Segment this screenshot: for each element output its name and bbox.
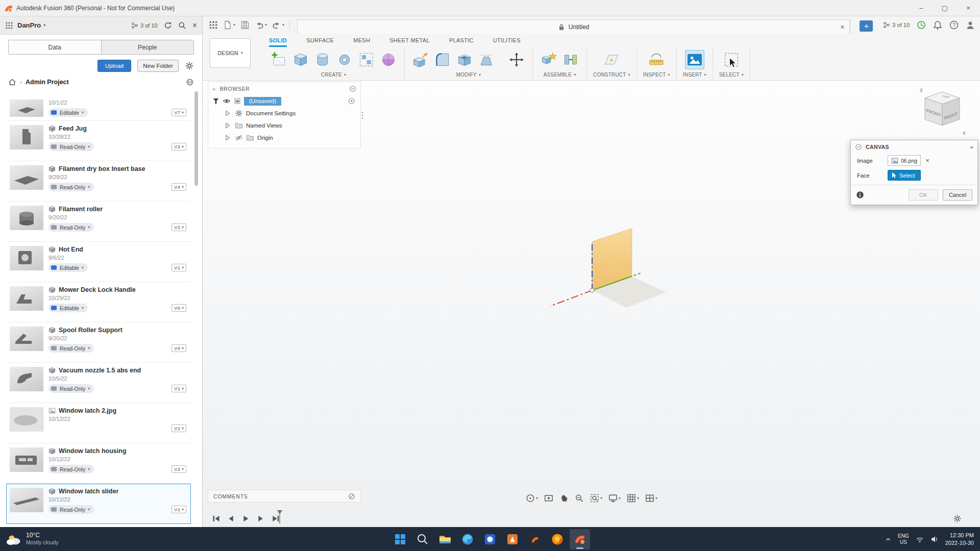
browser-node[interactable]: Named Views [208, 119, 360, 132]
expand-triangle-icon[interactable] [224, 134, 232, 142]
version-dropdown[interactable]: V1▾ [172, 385, 186, 392]
info-icon[interactable] [856, 191, 864, 199]
ribbon-tab-solid[interactable]: SOLID [269, 34, 287, 47]
tool-box[interactable] [291, 50, 310, 69]
tool-move[interactable] [507, 50, 526, 69]
nav-grid-settings-button[interactable]: ▾ [626, 493, 639, 503]
ribbon-tab-sheet-metal[interactable]: SHEET METAL [389, 34, 430, 47]
status-dropdown[interactable]: Read-Only▾ [48, 384, 94, 393]
weather-widget[interactable]: 10°C Mostly cloudy [6, 532, 59, 546]
group-dropdown-assemble[interactable]: ASSEMBLE▾ [544, 72, 576, 80]
hidden-eye-icon[interactable] [235, 134, 243, 142]
timeline-position-marker[interactable] [277, 510, 283, 524]
item-name[interactable]: Vacuum nozzle 1.5 abs end [59, 367, 141, 374]
wifi-icon[interactable] [916, 535, 924, 543]
taskbar-fusion-360-icon[interactable] [570, 529, 590, 549]
panel-settings-gear-icon[interactable] [185, 61, 194, 70]
list-item[interactable]: Window latch housing10/12/22Read-Only▾V2… [6, 443, 191, 484]
new-tab-button[interactable]: + [860, 20, 873, 32]
taskbar-start-icon[interactable] [390, 529, 410, 549]
tray-overflow-icon[interactable] [885, 536, 891, 542]
expand-triangle-icon[interactable] [224, 121, 232, 130]
help-icon[interactable]: ? [949, 20, 959, 30]
version-dropdown[interactable]: V6▾ [172, 304, 186, 312]
nav-fit-button[interactable]: ▾ [590, 493, 602, 503]
list-item[interactable]: Filament roller9/20/22Read-Only▾V3▾ [6, 202, 191, 242]
taskbar-fusion-tile-icon[interactable] [525, 529, 545, 549]
nav-viewports-button[interactable]: ▾ [645, 493, 657, 503]
tool-revolve[interactable] [335, 50, 354, 69]
tool-draft[interactable] [477, 50, 496, 69]
cancel-button[interactable]: Cancel [943, 189, 972, 201]
taskbar-file-explorer-icon[interactable] [435, 529, 455, 549]
close-tab-icon[interactable]: × [840, 23, 844, 31]
appbar-version-counter[interactable]: 3 of 10 [883, 21, 910, 29]
clear-image-icon[interactable]: × [925, 157, 929, 164]
item-name[interactable]: Spool Roller Support [59, 327, 122, 334]
list-item[interactable]: Feed Jug10/28/22Read-Only▾V3▾ [6, 121, 191, 161]
ribbon-tab-surface[interactable]: SURFACE [306, 34, 334, 47]
list-item[interactable]: Filament dry box Insert base9/29/22Read-… [6, 161, 191, 202]
view-cube[interactable]: Z X TOP FRONT RIGHT [916, 86, 969, 139]
status-dropdown[interactable]: Read-Only▾ [48, 505, 94, 514]
undo-button[interactable]: ▾ [255, 20, 267, 30]
ribbon-tab-utilities[interactable]: UTILITIES [493, 34, 521, 47]
item-name[interactable]: Filament roller [59, 206, 103, 213]
timeline-go-to-start-button[interactable] [212, 515, 220, 522]
list-item[interactable]: 10/1/22Editable▾V7▾ [6, 90, 191, 121]
browser-resize-handle[interactable] [361, 111, 364, 119]
ribbon-tab-plastic[interactable]: PLASTIC [449, 34, 474, 47]
visibility-eye-icon[interactable] [223, 97, 231, 105]
item-name[interactable]: Feed Jug [59, 125, 87, 132]
nav-zoom-button[interactable] [574, 493, 584, 503]
notifications-bell-icon[interactable] [933, 20, 942, 30]
activate-component-icon[interactable] [348, 97, 355, 105]
item-name[interactable]: Window latch housing [59, 447, 127, 455]
tool-select[interactable] [722, 50, 741, 69]
taskbar-app-blue-icon[interactable] [480, 529, 500, 549]
status-dropdown[interactable]: Read-Only▾ [48, 223, 94, 232]
upload-button[interactable]: Upload [97, 60, 131, 72]
comments-bar[interactable]: COMMENTS [208, 490, 361, 503]
nav-pan-button[interactable] [559, 493, 569, 503]
modeling-viewport[interactable]: Z X TOP FRONT RIGHT « BROWSER [203, 81, 980, 527]
close-button[interactable]: × [957, 0, 980, 16]
nav-look-at-button[interactable] [544, 493, 553, 503]
list-item[interactable]: Mower Deck Lock Handle10/29/22Editable▾V… [6, 282, 191, 322]
breadcrumb-project[interactable]: Admin Project [26, 79, 69, 86]
list-item[interactable]: Spool Roller Support9/20/22Read-Only▾V4▾ [6, 322, 191, 363]
document-root-label[interactable]: (Unsaved) [244, 97, 281, 106]
group-dropdown-modify[interactable]: MODIFY▾ [456, 72, 481, 80]
app-grid-icon[interactable] [5, 21, 13, 30]
search-icon[interactable] [178, 21, 186, 30]
timeline-step-back-button[interactable] [227, 515, 235, 522]
canvas-dialog-header[interactable]: CANVAS » [851, 140, 977, 153]
list-item[interactable]: Window latch slider10/12/22Read-Only▾V1▾ [6, 484, 191, 524]
workspace-dropdown[interactable]: DanPro▾ [17, 21, 45, 29]
tool-construction-plane[interactable] [602, 50, 621, 69]
version-dropdown[interactable]: V1▾ [172, 264, 186, 271]
status-dropdown[interactable]: Read-Only▾ [48, 465, 94, 473]
job-status-icon[interactable] [917, 20, 926, 30]
list-item[interactable]: Window latch 2.jpg10/12/22V1▾ [6, 403, 191, 443]
browser-node[interactable]: Origin [208, 132, 360, 144]
dialog-collapse-icon[interactable] [855, 143, 862, 151]
tool-form[interactable] [379, 50, 398, 69]
browser-root-row[interactable]: (Unsaved) [208, 95, 360, 107]
collaboration-globe-icon[interactable] [186, 78, 194, 86]
comments-toggle-icon[interactable] [348, 493, 355, 500]
data-panel-tab-people[interactable]: People [102, 40, 194, 55]
timeline-settings-gear-icon[interactable] [953, 514, 962, 523]
tool-cylinder[interactable] [313, 50, 332, 69]
status-dropdown[interactable]: Read-Only▾ [48, 142, 94, 151]
status-dropdown[interactable]: Editable▾ [48, 304, 88, 312]
browser-display-toggle-icon[interactable] [349, 85, 356, 92]
item-name[interactable]: Filament dry box Insert base [59, 165, 145, 172]
status-dropdown[interactable]: Read-Only▾ [48, 344, 94, 353]
tool-create-sketch[interactable] [269, 50, 288, 69]
taskbar-edge-icon[interactable] [457, 529, 478, 549]
ok-button[interactable]: OK [909, 189, 938, 201]
timeline-play-button[interactable] [241, 515, 250, 522]
face-select-button[interactable]: Select [888, 170, 921, 181]
tool-insert-canvas[interactable] [685, 50, 704, 69]
